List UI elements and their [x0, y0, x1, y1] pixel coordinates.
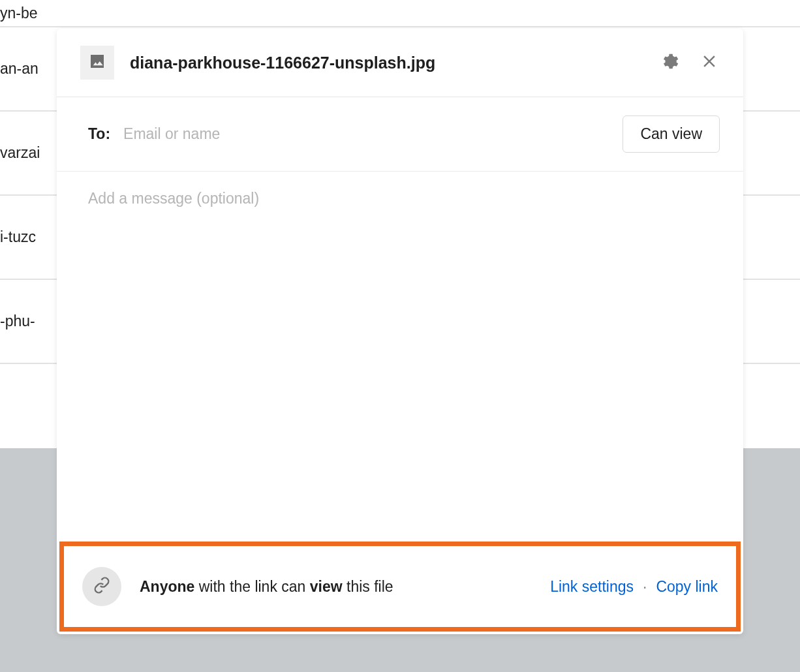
file-thumbnail	[80, 46, 114, 80]
link-access-who: Anyone	[140, 578, 194, 595]
message-area	[57, 172, 743, 539]
settings-button[interactable]	[658, 52, 679, 73]
link-icon-circle	[82, 567, 121, 606]
permission-dropdown[interactable]: Can view	[623, 115, 720, 153]
share-modal: diana-parkhouse-1166627-unsplash.jpg To:	[57, 29, 743, 634]
header-actions	[658, 52, 720, 73]
to-label: To:	[88, 125, 110, 143]
close-button[interactable]	[699, 52, 720, 73]
modal-body: To: Can view	[57, 97, 743, 539]
file-title: diana-parkhouse-1166627-unsplash.jpg	[130, 53, 643, 72]
message-input[interactable]	[88, 190, 712, 243]
recipient-input[interactable]	[123, 123, 609, 145]
close-icon	[700, 52, 719, 74]
footer-links: Link settings · Copy link	[550, 578, 718, 596]
link-access-permission: view	[310, 578, 343, 595]
separator: ·	[643, 578, 647, 596]
link-access-description: Anyone with the link can view this file	[140, 578, 532, 596]
modal-footer: Anyone with the link can view this file …	[59, 542, 741, 632]
copy-link-link[interactable]: Copy link	[656, 578, 718, 596]
modal-header: diana-parkhouse-1166627-unsplash.jpg	[57, 29, 743, 97]
gear-icon	[659, 52, 679, 74]
link-settings-link[interactable]: Link settings	[550, 578, 634, 596]
recipient-row: To: Can view	[57, 97, 743, 172]
chain-link-icon	[93, 577, 110, 596]
image-icon	[87, 52, 107, 74]
modal-overlay: diana-parkhouse-1166627-unsplash.jpg To:	[0, 0, 800, 672]
